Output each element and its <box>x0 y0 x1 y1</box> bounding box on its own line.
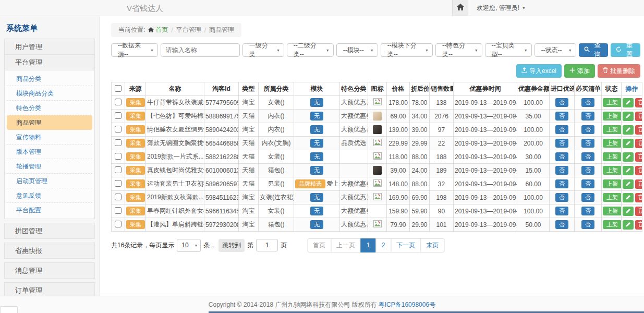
must-buy-toggle[interactable]: 否 <box>581 220 594 229</box>
sidebar-group[interactable]: 订单管理 <box>4 282 95 296</box>
sidebar-item[interactable]: 轮播管理 <box>7 159 92 174</box>
status-badge[interactable]: 上架 <box>603 207 622 215</box>
batch-delete-button[interactable]: 批量删除 <box>598 64 640 78</box>
row-checkbox[interactable] <box>115 139 121 146</box>
module-badge[interactable]: 无 <box>310 152 323 161</box>
page-button[interactable]: 下一页 <box>391 238 421 252</box>
filter-select[interactable]: 一级分类▼ <box>242 43 284 57</box>
sidebar-group[interactable]: 拼团管理 <box>4 223 95 239</box>
must-buy-toggle[interactable]: 否 <box>581 125 594 134</box>
per-page-select[interactable]: 10 ▼ <box>177 239 201 252</box>
row-checkbox[interactable] <box>115 153 121 160</box>
row-checkbox[interactable] <box>115 99 121 105</box>
delete-button[interactable] <box>635 179 642 189</box>
must-buy-toggle[interactable]: 否 <box>581 112 594 121</box>
must-buy-toggle[interactable]: 否 <box>581 98 594 107</box>
delete-button[interactable] <box>635 112 642 121</box>
edit-button[interactable] <box>623 193 634 202</box>
import-select-toggle[interactable]: 否 <box>555 98 568 107</box>
must-buy-toggle[interactable]: 否 <box>581 193 594 202</box>
status-badge[interactable]: 上架 <box>603 166 622 175</box>
status-badge[interactable]: 上架 <box>603 220 622 229</box>
sidebar-item[interactable]: 平台配置 <box>7 203 92 218</box>
status-badge[interactable]: 上架 <box>603 152 622 161</box>
status-badge[interactable]: 上架 <box>603 98 622 107</box>
must-buy-toggle[interactable]: 否 <box>581 152 594 161</box>
corner-widget[interactable] <box>0 306 18 313</box>
module-badge[interactable]: 无 <box>310 207 323 215</box>
filter-select[interactable]: --特色分类--▼ <box>435 43 482 57</box>
edit-button[interactable] <box>623 125 634 135</box>
page-button[interactable]: 首页 <box>307 238 331 252</box>
page-number-input[interactable] <box>256 239 278 251</box>
sidebar-item[interactable]: 商品分类 <box>7 71 92 86</box>
module-badge[interactable]: 无 <box>310 139 323 148</box>
page-button[interactable]: 1 <box>360 238 376 252</box>
edit-button[interactable] <box>623 220 634 230</box>
sidebar-item[interactable]: 意见反馈 <box>7 188 92 203</box>
filter-select[interactable]: --状态--▼ <box>534 43 576 57</box>
import-select-toggle[interactable]: 否 <box>555 139 568 148</box>
delete-button[interactable] <box>635 193 642 202</box>
edit-button[interactable] <box>623 152 634 162</box>
filter-select[interactable]: --数据来源--▼ <box>111 43 158 57</box>
module-badge[interactable]: 无 <box>310 193 323 202</box>
must-buy-toggle[interactable]: 否 <box>581 166 594 175</box>
sidebar-item[interactable]: 商品管理 <box>7 115 92 130</box>
import-select-toggle[interactable]: 否 <box>555 179 568 188</box>
jump-button[interactable]: 跳转到 <box>218 239 245 252</box>
import-excel-button[interactable]: 导入excel <box>516 64 562 78</box>
status-badge[interactable]: 上架 <box>603 179 622 188</box>
page-button[interactable]: 上一页 <box>331 238 361 252</box>
import-select-toggle[interactable]: 否 <box>555 193 568 202</box>
row-checkbox[interactable] <box>115 180 121 187</box>
sidebar-group[interactable]: 用户管理 <box>4 39 95 55</box>
import-select-toggle[interactable]: 否 <box>555 166 568 175</box>
filter-select[interactable]: --模块--▼ <box>336 43 378 57</box>
import-select-toggle[interactable]: 否 <box>555 220 568 229</box>
sidebar-group[interactable]: 省惠快报 <box>4 243 95 259</box>
row-checkbox[interactable] <box>115 112 121 119</box>
sidebar-item[interactable]: 特色分类 <box>7 101 92 115</box>
import-select-toggle[interactable]: 否 <box>555 125 568 134</box>
sidebar-item[interactable]: 启动页管理 <box>7 174 92 188</box>
breadcrumb-home-link[interactable]: 首页 <box>148 26 168 34</box>
name-search-input[interactable] <box>161 43 240 57</box>
edit-button[interactable] <box>623 112 634 121</box>
import-select-toggle[interactable]: 否 <box>555 152 568 161</box>
must-buy-toggle[interactable]: 否 <box>581 207 594 215</box>
delete-button[interactable] <box>635 98 642 107</box>
row-checkbox[interactable] <box>115 194 121 200</box>
home-button[interactable] <box>452 0 468 16</box>
import-select-toggle[interactable]: 否 <box>555 207 568 215</box>
status-badge[interactable]: 上架 <box>603 193 622 202</box>
module-badge[interactable]: 无 <box>310 125 323 134</box>
sidebar-item[interactable]: 模块商品分类 <box>7 86 92 101</box>
user-menu[interactable]: 欢迎您, 管理员! ▼ <box>477 4 526 13</box>
page-button[interactable]: 末页 <box>420 238 444 252</box>
reset-button[interactable]: 重置 <box>611 43 640 57</box>
status-badge[interactable]: 上架 <box>603 112 622 121</box>
sidebar-item[interactable]: 宣传物料 <box>7 130 92 145</box>
filter-select[interactable]: --模块下分类--▼ <box>381 43 433 57</box>
add-button[interactable]: 添加 <box>564 64 595 78</box>
delete-button[interactable] <box>635 220 642 230</box>
must-buy-toggle[interactable]: 否 <box>581 139 594 148</box>
must-buy-toggle[interactable]: 否 <box>581 179 594 188</box>
breadcrumb-item[interactable]: 平台管理 <box>176 26 201 34</box>
icp-link[interactable]: 粤ICP备16098006号 <box>379 300 435 309</box>
sidebar-group[interactable]: 消息管理 <box>4 262 95 279</box>
edit-button[interactable] <box>623 166 634 175</box>
status-badge[interactable]: 上架 <box>603 139 622 148</box>
status-badge[interactable]: 上架 <box>603 125 622 134</box>
row-checkbox[interactable] <box>115 221 121 227</box>
module-badge[interactable]: 无 <box>310 220 323 229</box>
page-button[interactable]: 2 <box>375 238 391 252</box>
row-checkbox[interactable] <box>115 207 121 214</box>
edit-button[interactable] <box>623 98 634 107</box>
delete-button[interactable] <box>635 166 642 175</box>
row-checkbox[interactable] <box>115 166 121 173</box>
edit-button[interactable] <box>623 207 634 216</box>
row-checkbox[interactable] <box>115 126 121 133</box>
sidebar-item[interactable]: 版本管理 <box>7 145 92 159</box>
